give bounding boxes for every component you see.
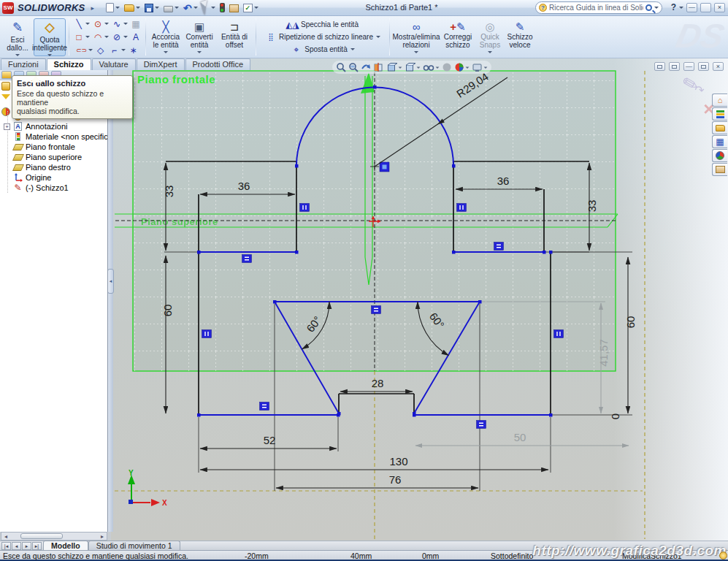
chevron-down-icon[interactable] xyxy=(194,7,198,11)
prev-tab-button[interactable]: ◂ xyxy=(12,542,21,550)
repair-sketch-button[interactable]: +✎ Correggi schizzo xyxy=(440,18,476,56)
select-button[interactable] xyxy=(201,0,217,15)
chevron-down-icon[interactable] xyxy=(104,23,109,27)
appearances-button[interactable] xyxy=(712,149,727,162)
help-button[interactable]: ? xyxy=(671,2,676,12)
zoom-fit-button[interactable] xyxy=(336,62,346,72)
filter-funnel-icon[interactable] xyxy=(1,94,10,104)
ellipse-tool-button[interactable]: ⊘ xyxy=(110,31,129,42)
print-button[interactable] xyxy=(162,3,180,13)
feature-manager-tab[interactable] xyxy=(1,71,12,79)
child-restore2-icon[interactable] xyxy=(669,62,680,71)
convert-entities-button[interactable]: ▣ Converti entità xyxy=(183,18,216,56)
chevron-down-icon[interactable] xyxy=(136,7,140,11)
tab-dimxpert[interactable]: DimXpert xyxy=(137,58,185,70)
spline-tool-button[interactable]: ∿ xyxy=(110,18,129,29)
model-tab[interactable]: Modello xyxy=(43,541,88,550)
chevron-down-icon[interactable] xyxy=(47,54,52,58)
last-tab-button[interactable]: ▸| xyxy=(32,542,42,550)
chevron-down-icon[interactable] xyxy=(376,36,380,40)
point-tool-button[interactable]: ∗ xyxy=(127,45,140,56)
search-icon[interactable] xyxy=(645,4,652,11)
minimize-button[interactable]: — xyxy=(686,3,697,12)
chevron-down-icon[interactable] xyxy=(115,7,120,11)
tree-item-piano-destro[interactable]: Piano destro xyxy=(0,162,108,172)
line-tool-button[interactable]: ╲ xyxy=(72,18,91,29)
graphics-area[interactable]: Piano frontale Piano superiore xyxy=(111,58,728,541)
child-restore-icon[interactable] xyxy=(654,62,665,71)
tree-item-materiale[interactable]: Materiale <non specificato> xyxy=(0,131,108,142)
expand-icon[interactable] xyxy=(4,123,10,130)
chevron-down-icon[interactable] xyxy=(85,36,90,40)
display-delete-relations-button[interactable]: ∞ Mostra/elimina relazioni xyxy=(393,18,440,56)
chevron-down-icon[interactable] xyxy=(679,7,683,11)
tree-item-piano-frontale[interactable]: Piano frontale xyxy=(0,142,108,152)
motion-study-tab[interactable]: Studio di movimento 1 xyxy=(88,541,180,550)
save-button[interactable] xyxy=(143,3,161,13)
trim-entities-button[interactable]: ╳ Accorcia le entità xyxy=(149,18,183,56)
options-button[interactable]: ✓ xyxy=(242,3,260,13)
display-style-button[interactable] xyxy=(405,62,421,72)
panel-horizontal-scrollbar[interactable]: ◂ ▸ xyxy=(1,532,107,541)
quick-snaps-button[interactable]: ◎ Quick Snaps xyxy=(476,18,504,56)
chevron-down-icon[interactable] xyxy=(211,7,215,11)
tab-valutare[interactable]: Valutare xyxy=(92,58,136,70)
section-view-button[interactable] xyxy=(373,62,384,72)
text-tool-button[interactable]: A xyxy=(129,31,142,42)
chevron-down-icon[interactable] xyxy=(254,7,258,11)
view-settings-button[interactable] xyxy=(472,62,488,72)
scroll-left-icon[interactable]: ◂ xyxy=(1,533,10,540)
open-button[interactable] xyxy=(123,4,142,12)
tab-schizzo[interactable]: Schizzo xyxy=(47,58,91,70)
chevron-down-icon[interactable] xyxy=(155,7,159,11)
apply-scene-button[interactable] xyxy=(454,62,470,72)
chevron-down-icon[interactable] xyxy=(197,51,202,56)
view-orientation-button[interactable] xyxy=(386,62,402,72)
arc-tool-button[interactable]: ◠ xyxy=(91,31,110,42)
chevron-down-icon[interactable] xyxy=(123,23,128,27)
file-explorer-button[interactable] xyxy=(712,121,727,134)
edit-appearance-button[interactable] xyxy=(442,62,452,72)
rectangle-tool-button[interactable]: □ xyxy=(72,31,91,42)
chevron-down-icon[interactable] xyxy=(350,48,355,53)
chevron-down-icon[interactable] xyxy=(88,49,93,53)
child-minimize-button[interactable]: — xyxy=(683,62,694,71)
file-properties-button[interactable] xyxy=(228,2,240,13)
smart-dimension-button[interactable]: ◇ Quota intelligente xyxy=(34,18,66,56)
rapid-sketch-button[interactable]: ✎ Schizzo veloce xyxy=(504,18,536,56)
new-document-button[interactable] xyxy=(104,2,121,13)
chevron-down-icon[interactable] xyxy=(175,7,179,11)
chevron-down-icon[interactable] xyxy=(123,36,128,40)
flyout-tree-icon[interactable] xyxy=(1,82,10,91)
panel-splitter[interactable]: ◂ xyxy=(108,70,113,532)
chevron-down-icon[interactable] xyxy=(15,54,20,58)
chevron-down-icon[interactable] xyxy=(164,51,168,56)
linear-pattern-button[interactable]: ⣿ Ripetizione di schizzo lineare xyxy=(265,31,380,43)
custom-properties-button[interactable] xyxy=(712,163,727,176)
close-button[interactable]: × xyxy=(714,3,725,12)
mirror-entities-button[interactable]: ◭◮ Specchia le entità xyxy=(287,19,359,31)
chevron-down-icon[interactable] xyxy=(104,36,109,40)
restore-button[interactable] xyxy=(700,3,711,12)
child-maximize-button[interactable] xyxy=(698,62,709,71)
move-entities-button[interactable]: ⌖ Sposta entità xyxy=(291,44,354,56)
fillet-tool-button[interactable]: ⌐ xyxy=(108,45,126,56)
scroll-right-icon[interactable]: ▸ xyxy=(98,533,107,540)
search-input[interactable]: Ricerca Guida in linea di SolidWorks xyxy=(549,4,643,12)
polygon-tool-button[interactable]: ◇ xyxy=(94,45,107,56)
exit-sketch-button[interactable]: ✎ Esci dallo... xyxy=(1,18,34,56)
previous-view-button[interactable] xyxy=(361,62,371,72)
tab-prodotti-office[interactable]: Prodotti Office xyxy=(185,58,251,70)
tree-item-annotazioni[interactable]: A Annotazioni xyxy=(0,121,108,131)
scrollbar-thumb[interactable] xyxy=(20,533,63,539)
chevron-down-icon[interactable] xyxy=(85,23,90,27)
hide-show-items-button[interactable] xyxy=(423,62,440,72)
slot-tool-button[interactable]: ⊂⊃ xyxy=(75,45,93,56)
circle-tool-button[interactable]: ⊙ xyxy=(91,18,110,29)
tree-item-schizzo1[interactable]: ✎ (-) Schizzo1 xyxy=(0,183,108,193)
tree-item-piano-superiore[interactable]: Piano superiore xyxy=(0,152,108,162)
child-close-button[interactable]: × xyxy=(713,62,724,71)
undo-button[interactable]: ↶ xyxy=(182,1,199,15)
chevron-down-icon[interactable] xyxy=(488,51,492,56)
zoom-area-button[interactable] xyxy=(348,62,359,72)
